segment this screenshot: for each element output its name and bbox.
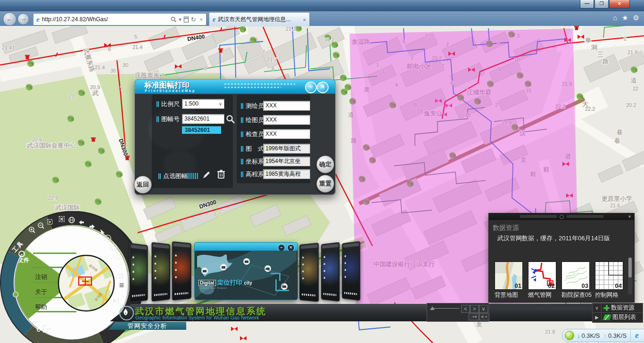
map-label: 巷 bbox=[617, 129, 623, 136]
menu-item-logout[interactable]: 注销 bbox=[35, 273, 47, 280]
map-label: 30 bbox=[110, 68, 116, 74]
collapse-data-resource-icon[interactable]: ∨ bbox=[593, 304, 602, 312]
gas-logo-icon bbox=[119, 306, 134, 320]
window-minimize-button[interactable]: — bbox=[580, 0, 594, 8]
sheet-number-label: 图幅号 bbox=[157, 115, 180, 123]
download-speed: 0.3K/S bbox=[582, 332, 600, 339]
layer-thumb-basemap[interactable]: 01 背景地图 bbox=[495, 261, 523, 299]
map-label: 单 bbox=[585, 37, 591, 44]
map-label: 洞 bbox=[591, 44, 597, 51]
checker-input[interactable]: XXX bbox=[263, 129, 310, 139]
compatibility-view-icon[interactable] bbox=[183, 16, 189, 23]
panel-title: 数据资源 bbox=[493, 224, 519, 232]
map-label: 9 bbox=[161, 73, 164, 78]
url-text[interactable]: http://10.27.24.82/WhGas/ bbox=[42, 16, 171, 23]
scale-select[interactable]: 1:500∨ bbox=[182, 99, 224, 109]
settings-gear-icon[interactable]: ⚙ bbox=[633, 14, 639, 22]
panel-scrollbar[interactable] bbox=[628, 257, 632, 294]
surveyor-input[interactable]: XXX bbox=[263, 101, 310, 111]
map-label: 21.4 bbox=[95, 65, 105, 70]
crs-value: 1954年北京坐 bbox=[263, 156, 310, 166]
drafter-label: 绘图员 bbox=[241, 116, 264, 124]
map-label: 6 bbox=[272, 65, 274, 71]
carousel-card[interactable] bbox=[321, 242, 340, 302]
expand-layer-list-icon[interactable]: ▶ bbox=[593, 313, 602, 321]
address-bar[interactable]: e http://10.27.24.82/WhGas/ ▾ ↻ × bbox=[33, 13, 206, 25]
carousel-prev-button[interactable]: < bbox=[461, 305, 470, 313]
browser-forward-button[interactable]: → bbox=[17, 13, 29, 25]
drafter-input[interactable]: XXX bbox=[263, 115, 310, 125]
map-label: 21 bbox=[69, 93, 74, 99]
pencil-icon[interactable] bbox=[202, 170, 211, 180]
address-dropdown-icon[interactable]: ▾ bbox=[179, 16, 182, 23]
tab-favicon: e bbox=[213, 16, 215, 24]
data-resource-dock-button[interactable]: ∨ 数据资源 bbox=[593, 303, 643, 313]
carousel-card[interactable] bbox=[151, 242, 170, 302]
browser-back-button[interactable]: ← bbox=[3, 12, 17, 26]
layer-thumb-control-grid[interactable]: 04 控制网格 bbox=[595, 261, 623, 299]
add-data-icon bbox=[603, 305, 610, 311]
carousel-step-forward-icon[interactable]: ➝≡ bbox=[469, 313, 479, 320]
ring-slider-knob[interactable] bbox=[13, 292, 18, 297]
sheet-number-input[interactable]: 38452601 bbox=[182, 114, 224, 124]
menu-item-about[interactable]: 关于 bbox=[35, 288, 47, 295]
svg-text:X: X bbox=[117, 265, 120, 268]
carousel-active-card[interactable]: − × Digital 定位打印 city Locate and Output bbox=[194, 242, 298, 300]
tab-close-icon[interactable]: × bbox=[303, 17, 306, 23]
layer-thumb-gas-network[interactable]: 02 燃气管网 bbox=[528, 261, 556, 299]
carousel-step-back-icon[interactable]: ≡➝ bbox=[479, 313, 489, 320]
window-maximize-button[interactable]: ❐ bbox=[594, 0, 609, 8]
map-label: 21.4 bbox=[132, 44, 142, 50]
carousel-card[interactable] bbox=[172, 241, 191, 301]
card-title-row: Digital 定位打印 city bbox=[198, 278, 252, 287]
dialog-close-button[interactable]: × bbox=[317, 82, 329, 93]
layer-thumb-survey[interactable]: 03 勘院探查05 bbox=[561, 261, 590, 299]
ie-favicon: e bbox=[36, 16, 40, 24]
tab-title: 武汉市天然气管网地理信息... bbox=[218, 16, 299, 24]
window-controls: — ❐ ✕ bbox=[579, 0, 630, 8]
map-label: 30 bbox=[123, 62, 128, 68]
carousel-card[interactable] bbox=[342, 241, 360, 301]
map-label: 22.6 bbox=[32, 137, 42, 142]
stop-icon[interactable]: × bbox=[200, 16, 203, 22]
browser-tab[interactable]: e 武汉市天然气管网地理信息... × bbox=[209, 12, 310, 26]
search-icon[interactable] bbox=[171, 16, 177, 23]
layer-list-dock-button[interactable]: ▶ 图层列表 bbox=[593, 313, 643, 322]
sheet-result-item[interactable]: 38452601 bbox=[182, 126, 221, 134]
elevation-system-label: 高程系 bbox=[241, 170, 264, 179]
search-sheet-icon[interactable] bbox=[226, 114, 235, 124]
window-close-button[interactable]: ✕ bbox=[609, 0, 630, 8]
titlebar-decor bbox=[224, 87, 281, 88]
map-label: 三 bbox=[597, 51, 603, 58]
window-titlebar[interactable]: — ❐ ✕ bbox=[0, 0, 644, 12]
map-label: 21.8 bbox=[545, 329, 555, 335]
carousel-slider-track[interactable] bbox=[432, 308, 459, 309]
pick-sheet-label: 点选图幅 bbox=[158, 172, 188, 180]
upload-speed: 0.3K/S bbox=[608, 332, 627, 339]
menu-item-help[interactable]: 帮助 bbox=[35, 303, 47, 310]
map-label: 2 bbox=[624, 36, 627, 41]
tab-pipeline-safety-analysis[interactable]: 管网安全分析 bbox=[108, 322, 186, 330]
ok-button[interactable]: 确定 bbox=[316, 155, 334, 173]
carousel-card[interactable] bbox=[299, 243, 319, 302]
map-label: 21.2 bbox=[267, 57, 277, 62]
panel-drag-handle[interactable] bbox=[489, 213, 634, 220]
back-button[interactable]: 返回 bbox=[134, 176, 152, 194]
trash-icon[interactable] bbox=[216, 169, 226, 180]
panel-caret-icon[interactable]: ▼ bbox=[627, 214, 632, 219]
speed-ball-icon[interactable] bbox=[565, 331, 574, 340]
refresh-icon[interactable]: ↻ bbox=[191, 16, 196, 23]
dialog-minimize-button[interactable]: − bbox=[305, 82, 317, 93]
scale-label: 比例尺 bbox=[157, 100, 180, 108]
legend-icon[interactable] bbox=[119, 283, 124, 288]
carousel-collapse-button[interactable]: ∨ bbox=[479, 305, 488, 313]
map-label: 21.2 bbox=[324, 37, 334, 42]
home-icon[interactable]: ⌂ bbox=[613, 14, 617, 22]
favorites-star-icon[interactable]: ★ bbox=[622, 14, 628, 22]
reset-button[interactable]: 重置 bbox=[316, 175, 334, 193]
upload-arrow-icon: ↑ bbox=[604, 332, 607, 339]
carousel-card[interactable] bbox=[130, 243, 148, 302]
map-label: 7 bbox=[120, 86, 123, 91]
ie-icon[interactable]: e bbox=[630, 330, 643, 341]
carousel-next-button[interactable]: > bbox=[470, 305, 479, 313]
